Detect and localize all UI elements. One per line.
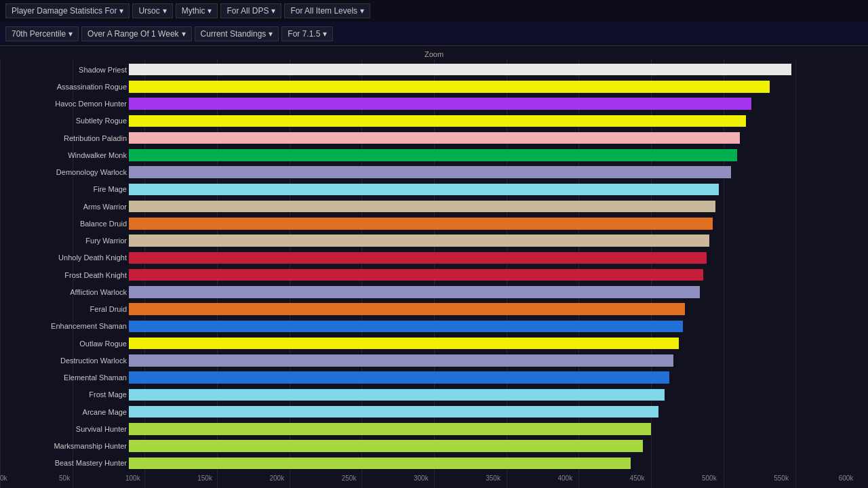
ursoc-label: Ursoc bbox=[138, 6, 159, 16]
bar-label: Subtlety Rogue bbox=[1, 117, 127, 125]
x-axis-label: 250k bbox=[342, 474, 357, 482]
player-damage-stats-dropdown[interactable]: Player Damage Statistics For ▾ bbox=[5, 3, 130, 18]
x-axis-label: 450k bbox=[630, 474, 645, 482]
bar-fill bbox=[129, 218, 713, 230]
bar-label: Windwalker Monk bbox=[1, 151, 127, 159]
top-nav-bar: Player Damage Statistics For ▾ Ursoc ▾ M… bbox=[0, 0, 868, 22]
second-nav-bar: 70th Percentile ▾ Over A Range Of 1 Week… bbox=[0, 22, 868, 46]
bar-row: Frost Mage bbox=[129, 386, 854, 403]
bar-track bbox=[129, 166, 854, 178]
item-levels-label: For All Item Levels bbox=[290, 6, 357, 16]
mythic-label: Mythic bbox=[182, 6, 205, 16]
standings-label: Current Standings bbox=[201, 29, 267, 39]
bar-track bbox=[129, 389, 854, 401]
bar-fill bbox=[129, 303, 685, 315]
percentile-dropdown[interactable]: 70th Percentile ▾ bbox=[5, 26, 79, 41]
chevron-down-icon: ▾ bbox=[163, 6, 167, 16]
bar-fill bbox=[129, 406, 658, 418]
bar-fill bbox=[129, 269, 703, 281]
bar-row: Arms Warrior bbox=[129, 198, 854, 215]
all-dps-label: For All DPS bbox=[226, 6, 269, 16]
bar-track bbox=[129, 303, 854, 315]
bar-row: Destruction Warlock bbox=[129, 352, 854, 369]
bar-row: Balance Druid bbox=[129, 215, 854, 232]
item-levels-dropdown[interactable]: For All Item Levels ▾ bbox=[284, 3, 370, 18]
bar-label: Havoc Demon Hunter bbox=[1, 100, 127, 108]
bar-track bbox=[129, 338, 854, 350]
bar-track bbox=[129, 98, 854, 110]
time-range-dropdown[interactable]: Over A Range Of 1 Week ▾ bbox=[81, 26, 192, 41]
bar-track bbox=[129, 115, 854, 127]
chevron-down-icon: ▾ bbox=[182, 29, 186, 39]
bar-track bbox=[129, 440, 854, 452]
all-dps-dropdown[interactable]: For All DPS ▾ bbox=[220, 3, 281, 18]
player-damage-stats-label: Player Damage Statistics For bbox=[12, 6, 117, 16]
bar-track bbox=[129, 269, 854, 281]
bar-label: Elemental Shaman bbox=[1, 373, 127, 382]
bar-track bbox=[129, 235, 854, 247]
chevron-down-icon: ▾ bbox=[119, 6, 123, 16]
bar-label: Shadow Priest bbox=[1, 66, 127, 74]
bar-fill bbox=[129, 166, 731, 178]
x-axis-label: 400k bbox=[557, 474, 572, 482]
bar-track bbox=[129, 132, 854, 144]
time-range-label: Over A Range Of 1 Week bbox=[87, 29, 179, 39]
chevron-down-icon: ▾ bbox=[208, 6, 212, 16]
bar-row: Beast Mastery Hunter bbox=[129, 455, 854, 472]
bar-row: Subtlety Rogue bbox=[129, 113, 854, 129]
bar-row: Havoc Demon Hunter bbox=[129, 96, 854, 113]
bar-track bbox=[129, 286, 854, 298]
grid-line bbox=[0, 60, 1, 488]
bar-track bbox=[129, 458, 854, 470]
bar-label: Arcane Mage bbox=[1, 408, 127, 416]
bar-fill bbox=[129, 81, 770, 93]
bar-fill bbox=[129, 64, 791, 76]
version-dropdown[interactable]: For 7.1.5 ▾ bbox=[281, 26, 333, 41]
bar-fill bbox=[129, 235, 709, 247]
bar-row: Affliction Warlock bbox=[129, 283, 854, 300]
bar-row: Elemental Shaman bbox=[129, 369, 854, 386]
bar-label: Retribution Paladin bbox=[1, 134, 127, 142]
bar-fill bbox=[129, 389, 665, 401]
bar-row: Windwalker Monk bbox=[129, 146, 854, 163]
bar-track bbox=[129, 64, 854, 76]
bar-track bbox=[129, 201, 854, 213]
bar-track bbox=[129, 423, 854, 435]
bar-row: Shadow Priest bbox=[129, 61, 854, 78]
bar-fill bbox=[129, 440, 643, 452]
bar-chart: Shadow PriestAssassination RogueHavoc De… bbox=[0, 60, 868, 488]
bar-track bbox=[129, 149, 854, 161]
ursoc-dropdown[interactable]: Ursoc ▾ bbox=[132, 3, 172, 18]
bar-row: Fury Warrior bbox=[129, 232, 854, 249]
bar-row: Assassination Rogue bbox=[129, 78, 854, 95]
bar-label: Survival Hunter bbox=[1, 425, 127, 433]
bar-fill bbox=[129, 201, 715, 213]
bar-track bbox=[129, 218, 854, 230]
bar-label: Balance Druid bbox=[1, 220, 127, 228]
bar-fill bbox=[129, 184, 719, 196]
bar-fill bbox=[129, 321, 683, 333]
bar-track bbox=[129, 371, 854, 384]
bar-row: Fire Mage bbox=[129, 181, 854, 198]
bar-track bbox=[129, 354, 854, 367]
bar-fill bbox=[129, 371, 669, 384]
bar-row: Unholy Death Knight bbox=[129, 249, 854, 266]
x-axis-label: 150k bbox=[197, 474, 212, 482]
bar-fill bbox=[129, 149, 737, 161]
bar-row: Outlaw Rogue bbox=[129, 335, 854, 352]
bar-label: Fury Warrior bbox=[1, 237, 127, 245]
x-axis: 0k50k100k150k200k250k300k350k400k450k500… bbox=[0, 472, 868, 488]
bar-fill bbox=[129, 354, 673, 367]
bar-label: Marksmanship Hunter bbox=[1, 442, 127, 450]
bar-label: Frost Death Knight bbox=[1, 271, 127, 279]
bar-row: Frost Death Knight bbox=[129, 266, 854, 283]
mythic-dropdown[interactable]: Mythic ▾ bbox=[176, 3, 218, 18]
bar-label: Beast Mastery Hunter bbox=[1, 459, 127, 467]
chevron-down-icon: ▾ bbox=[269, 29, 273, 39]
bar-row: Demonology Warlock bbox=[129, 164, 854, 181]
bar-label: Feral Druid bbox=[1, 305, 127, 313]
bar-label: Arms Warrior bbox=[1, 203, 127, 211]
bar-label: Affliction Warlock bbox=[1, 288, 127, 296]
standings-dropdown[interactable]: Current Standings ▾ bbox=[195, 26, 279, 41]
chart-zoom-label: Zoom bbox=[0, 49, 868, 60]
